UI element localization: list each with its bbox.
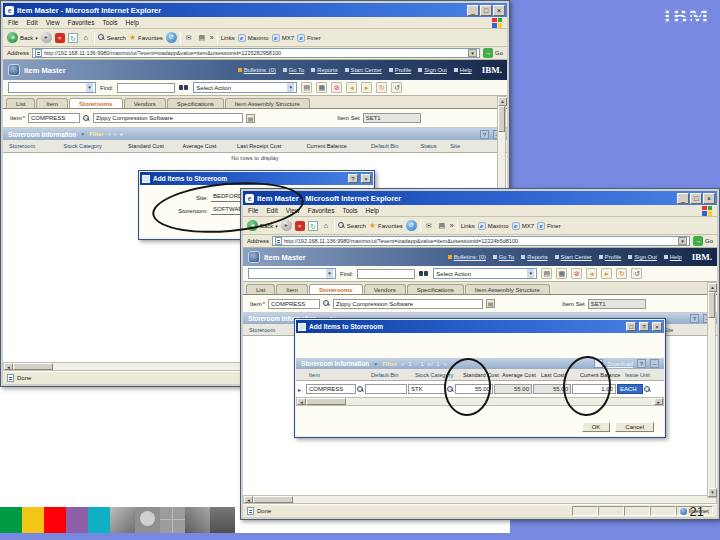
scroll-thumb[interactable] [498,106,505,132]
query-dropdown[interactable]: ▾ [8,82,96,93]
goto-link[interactable]: Go To [493,254,514,260]
print-button[interactable]: ▤ [197,33,207,43]
window-titlebar[interactable]: e Item Master - Microsoft Internet Explo… [243,191,717,205]
reports-link[interactable]: Reports [311,67,337,73]
help-link[interactable]: Help [454,67,472,73]
item-description-input[interactable]: Zippy Compression Software [93,113,243,123]
toolbar-overflow-button[interactable]: » [450,222,454,229]
address-dropdown-button[interactable]: ▾ [468,49,477,57]
menu-favorites[interactable]: Favorites [68,19,95,26]
maximize-button[interactable]: □ [690,193,702,204]
sign-out-link[interactable]: Sign Out [418,67,447,73]
col-default-bin[interactable]: Default Bin [369,372,413,378]
dialog-close-button[interactable]: × [361,174,371,183]
profile-link[interactable]: Profile [599,254,621,260]
history-button[interactable]: ↺ [166,32,177,43]
filter-label[interactable]: Filter [382,361,397,367]
dialog-help-button[interactable]: ? [639,322,649,331]
address-input[interactable]: http://192.168.11.136:9980/maximo/ui/?ev… [272,236,690,246]
goto-link[interactable]: Go To [283,67,304,73]
select-action-dropdown[interactable]: Select Action▾ [193,82,297,93]
col-site[interactable]: Site [448,143,473,149]
back-button[interactable]: ◂ Back ▾ [7,32,38,43]
bulletins-link[interactable]: Bulletins: (0) [238,67,276,73]
default-bin-input[interactable] [365,384,407,394]
section-help-icon[interactable]: ? [637,359,646,368]
forward-button[interactable]: ▸ [281,220,292,231]
tab-item[interactable]: Item [36,98,68,108]
close-button[interactable]: × [703,193,715,204]
save-icon[interactable]: ▦ [556,268,567,279]
filter-icon[interactable]: ▼ [80,131,85,137]
col-storeroom[interactable]: Storeroom [7,143,62,149]
home-button[interactable]: ⌂ [81,33,91,43]
minimize-button[interactable]: _ [677,193,689,204]
mail-button[interactable]: ✉ [424,221,434,231]
favorites-button[interactable]: ★ Favorites [129,33,163,42]
address-dropdown-button[interactable]: ▾ [678,237,687,245]
tab-item-assembly-structure[interactable]: Item Assembly Structure [465,284,550,294]
item-input[interactable]: COMPRESS [268,299,320,309]
start-center-link[interactable]: Start Center [555,254,592,260]
scroll-thumb[interactable] [13,363,53,370]
close-button[interactable]: × [493,5,505,16]
next-page-icon[interactable]: ▹ [444,361,448,367]
menu-tools[interactable]: Tools [102,19,117,26]
new-record-icon[interactable]: ▤ [541,268,552,279]
link-mx7[interactable]: eMX7 [272,34,294,42]
item-lookup-icon[interactable] [357,386,364,393]
refresh-button[interactable]: ↻ [68,33,78,43]
tab-item-assembly-structure[interactable]: Item Assembly Structure [225,98,310,108]
scroll-left-arrow[interactable]: ◂ [4,363,13,370]
home-button[interactable]: ⌂ [321,221,331,231]
previous-record-icon[interactable]: ◂ [586,268,597,279]
binoculars-icon[interactable] [179,84,189,92]
stop-button[interactable]: × [295,221,305,231]
scroll-up-arrow[interactable]: ▴ [498,97,507,106]
scroll-down-arrow[interactable]: ▾ [708,488,717,497]
search-button[interactable]: Search [338,222,366,229]
history-button[interactable]: ↺ [406,220,417,231]
scroll-thumb[interactable] [708,292,715,318]
previous-page-icon[interactable]: ◃ [401,361,405,367]
item-description-input[interactable]: Zippy Compression Software [333,299,483,309]
refresh-record-icon[interactable]: ↻ [376,82,387,93]
issue-unit-lookup-icon[interactable] [644,386,651,393]
download-link[interactable]: Download [607,361,633,367]
scroll-thumb[interactable] [306,398,346,405]
menu-help[interactable]: Help [366,207,379,214]
tab-list[interactable]: List [6,98,35,108]
tab-specifications[interactable]: Specifications [407,284,464,294]
tab-specifications[interactable]: Specifications [167,98,224,108]
go-button[interactable]: → Go [483,48,503,58]
cancel-button[interactable]: Cancel [615,422,654,432]
forward-button[interactable]: ▸ [41,32,52,43]
undo-icon[interactable]: ↺ [631,268,642,279]
item-lookup-icon[interactable] [83,115,90,122]
dialog-titlebar[interactable]: Add Items to Storeroom □ ? × [296,320,664,333]
start-center-link[interactable]: Start Center [345,67,382,73]
next-record-icon[interactable]: ▸ [361,82,372,93]
save-icon[interactable]: ▦ [316,82,327,93]
clear-icon[interactable]: ⊘ [571,268,582,279]
new-record-icon[interactable]: ▤ [301,82,312,93]
scroll-right-arrow[interactable]: ▸ [654,398,663,405]
menu-favorites[interactable]: Favorites [308,207,335,214]
refresh-record-icon[interactable]: ↻ [616,268,627,279]
select-action-dropdown[interactable]: Select Action▾ [433,268,537,279]
long-description-button[interactable]: ▤ [246,114,255,123]
dialog-help-button[interactable]: ? [348,174,358,183]
help-link[interactable]: Help [664,254,682,260]
long-description-button[interactable]: ▤ [486,299,495,308]
col-storeroom[interactable]: Storeroom [247,327,298,333]
sign-out-link[interactable]: Sign Out [628,254,657,260]
favorites-button[interactable]: ★ Favorites [369,221,403,230]
binoculars-icon[interactable] [419,270,429,278]
dialog-close-button[interactable]: × [652,322,662,331]
link-mx7[interactable]: eMX7 [512,222,534,230]
menu-view[interactable]: View [46,19,60,26]
item-lookup-icon[interactable] [323,300,330,307]
maximize-button[interactable]: □ [480,5,492,16]
toolbar-overflow-button[interactable]: » [210,34,214,41]
tab-vendors[interactable]: Vendors [364,284,406,294]
